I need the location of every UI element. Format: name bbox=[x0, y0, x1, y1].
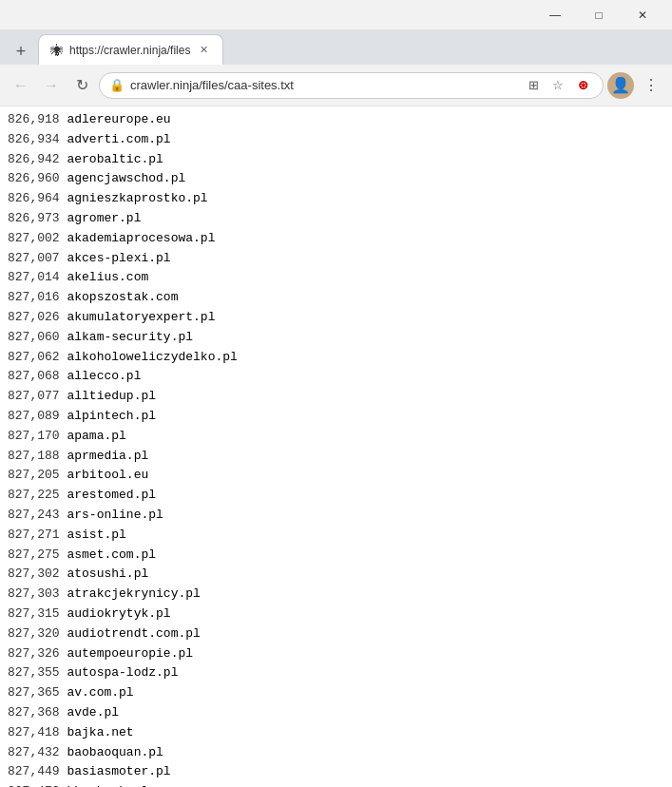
line-url: adlereurope.eu bbox=[67, 110, 170, 130]
address-action-icons: ⊞ ☆ ⊛ bbox=[523, 75, 593, 96]
list-item: 827,089 alpintech.pl bbox=[8, 407, 664, 427]
line-url: akces-plexi.pl bbox=[67, 249, 170, 269]
list-item: 827,449 basiasmoter.pl bbox=[8, 762, 664, 782]
menu-button[interactable]: ⋮ bbox=[638, 72, 664, 99]
line-url: allecco.pl bbox=[67, 367, 141, 387]
line-number: 827,002 bbox=[8, 229, 67, 249]
list-item: 827,432 baobaoquan.pl bbox=[8, 743, 664, 763]
line-number: 827,068 bbox=[8, 367, 67, 387]
line-url: arbitool.eu bbox=[67, 466, 148, 486]
line-number: 826,934 bbox=[8, 130, 67, 150]
list-item: 826,973 agromer.pl bbox=[8, 209, 664, 229]
lock-icon: 🔒 bbox=[109, 78, 125, 92]
list-item: 827,225 arestomed.pl bbox=[8, 486, 664, 506]
maximize-button[interactable]: □ bbox=[577, 0, 621, 30]
list-item: 827,068 allecco.pl bbox=[8, 367, 664, 387]
window-controls: — □ ✕ bbox=[533, 0, 664, 30]
translate-icon[interactable]: ⊞ bbox=[523, 75, 544, 96]
list-item: 826,964 agnieszkaprostko.pl bbox=[8, 189, 664, 209]
line-number: 827,016 bbox=[8, 288, 67, 308]
list-item: 826,934 adverti.com.pl bbox=[8, 130, 664, 150]
tab-item[interactable]: 🕷 https://crawler.ninja/files ✕ bbox=[38, 34, 223, 65]
line-url: arestomed.pl bbox=[67, 486, 156, 506]
addressbar: ← → ↻ 🔒 crawler.ninja/files/caa-sites.tx… bbox=[0, 65, 672, 106]
url-text: crawler.ninja/files/caa-sites.txt bbox=[130, 78, 517, 92]
line-number: 827,275 bbox=[8, 546, 67, 566]
list-item: 827,060 alkam-security.pl bbox=[8, 328, 664, 348]
line-number: 827,302 bbox=[8, 565, 67, 585]
line-url: autospa-lodz.pl bbox=[67, 663, 178, 683]
line-number: 827,225 bbox=[8, 486, 67, 506]
line-url: ars-online.pl bbox=[67, 506, 163, 526]
line-number: 827,271 bbox=[8, 526, 67, 546]
list-item: 827,473 bbs-bank.pl bbox=[8, 782, 664, 787]
list-item: 827,303 atrakcjekrynicy.pl bbox=[8, 585, 664, 605]
list-item: 827,016 akopszostak.com bbox=[8, 288, 664, 308]
close-button[interactable]: ✕ bbox=[621, 0, 664, 30]
line-number: 827,188 bbox=[8, 447, 67, 467]
line-url: aerobaltic.pl bbox=[67, 150, 163, 170]
line-url: agnieszkaprostko.pl bbox=[67, 189, 207, 209]
line-url: akumulatoryexpert.pl bbox=[67, 308, 215, 328]
tab-close-button[interactable]: ✕ bbox=[196, 43, 211, 58]
titlebar: — □ ✕ bbox=[0, 0, 672, 30]
line-number: 826,960 bbox=[8, 169, 67, 189]
refresh-button[interactable]: ↻ bbox=[68, 72, 95, 99]
line-url: asist.pl bbox=[67, 526, 125, 546]
line-url: alpintech.pl bbox=[67, 407, 156, 427]
list-item: 827,368 avde.pl bbox=[8, 703, 664, 723]
line-number: 827,418 bbox=[8, 723, 67, 743]
list-item: 827,026 akumulatoryexpert.pl bbox=[8, 308, 664, 328]
line-url: adverti.com.pl bbox=[67, 130, 170, 150]
line-url: alltiedup.pl bbox=[67, 387, 156, 407]
line-url: apama.pl bbox=[67, 427, 125, 447]
line-number: 827,365 bbox=[8, 683, 67, 703]
line-number: 827,368 bbox=[8, 703, 67, 723]
list-item: 827,077 alltiedup.pl bbox=[8, 387, 664, 407]
list-item: 827,170 apama.pl bbox=[8, 427, 664, 447]
line-number: 827,026 bbox=[8, 308, 67, 328]
line-number: 827,060 bbox=[8, 328, 67, 348]
back-button[interactable]: ← bbox=[8, 72, 34, 99]
line-number: 827,432 bbox=[8, 743, 67, 763]
list-item: 827,320 audiotrendt.com.pl bbox=[8, 624, 664, 644]
list-item: 827,188 aprmedia.pl bbox=[8, 447, 664, 467]
list-item: 826,942 aerobaltic.pl bbox=[8, 150, 664, 170]
profile-button[interactable]: 👤 bbox=[607, 72, 634, 99]
list-item: 827,243 ars-online.pl bbox=[8, 506, 664, 526]
browser-window: — □ ✕ + 🕷 https://crawler.ninja/files ✕ … bbox=[0, 0, 672, 787]
page-content: 826,918 adlereurope.eu826,934 adverti.co… bbox=[0, 106, 672, 787]
line-number: 827,014 bbox=[8, 268, 67, 288]
tab-favicon-icon: 🕷 bbox=[50, 43, 64, 58]
list-item: 827,205 arbitool.eu bbox=[8, 466, 664, 486]
line-number: 826,942 bbox=[8, 150, 67, 170]
line-number: 827,243 bbox=[8, 506, 67, 526]
line-number: 827,315 bbox=[8, 605, 67, 624]
list-item: 827,418 bajka.net bbox=[8, 723, 664, 743]
line-url: agencjawschod.pl bbox=[67, 169, 185, 189]
line-number: 826,964 bbox=[8, 189, 67, 209]
list-item: 827,326 autempoeuropie.pl bbox=[8, 644, 664, 664]
bookmark-icon[interactable]: ☆ bbox=[547, 75, 568, 96]
extension-icon[interactable]: ⊛ bbox=[572, 75, 593, 96]
line-number: 827,170 bbox=[8, 427, 67, 447]
line-url: akelius.com bbox=[67, 268, 148, 288]
line-url: autempoeuropie.pl bbox=[67, 644, 193, 664]
list-item: 826,960 agencjawschod.pl bbox=[8, 169, 664, 189]
text-file-content[interactable]: 826,918 adlereurope.eu826,934 adverti.co… bbox=[0, 106, 672, 787]
list-item: 827,014 akelius.com bbox=[8, 268, 664, 288]
minimize-button[interactable]: — bbox=[533, 0, 577, 30]
list-item: 827,002 akademiaprocesowa.pl bbox=[8, 229, 664, 249]
line-number: 827,355 bbox=[8, 663, 67, 683]
list-item: 827,275 asmet.com.pl bbox=[8, 546, 664, 566]
new-tab-button[interactable]: + bbox=[8, 38, 34, 65]
line-url: baobaoquan.pl bbox=[67, 743, 163, 763]
address-input[interactable]: 🔒 crawler.ninja/files/caa-sites.txt ⊞ ☆ … bbox=[99, 72, 604, 99]
forward-button[interactable]: → bbox=[38, 72, 65, 99]
line-url: aprmedia.pl bbox=[67, 447, 148, 467]
line-number: 826,918 bbox=[8, 110, 67, 130]
list-item: 826,918 adlereurope.eu bbox=[8, 110, 664, 130]
line-url: alkoholoweliczydelko.pl bbox=[67, 348, 237, 368]
line-number: 827,326 bbox=[8, 644, 67, 664]
line-url: bajka.net bbox=[67, 723, 133, 743]
